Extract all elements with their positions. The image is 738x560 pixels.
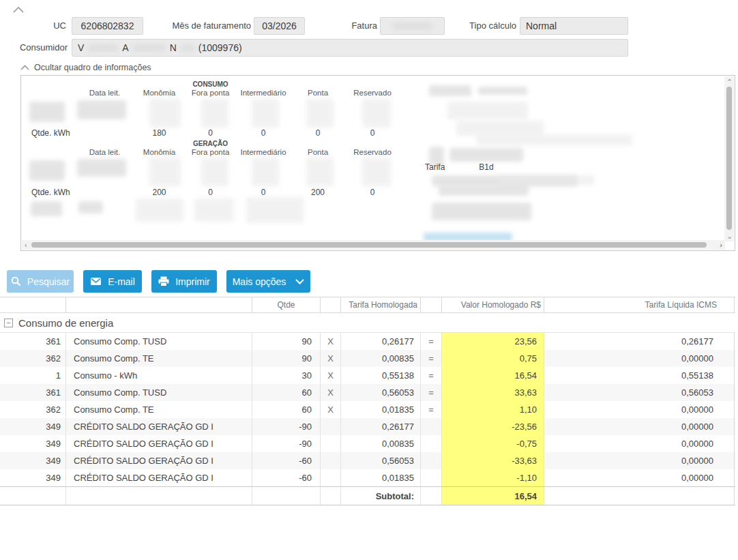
header-valor-homologado[interactable]: Valor Homologado R$ — [442, 297, 544, 312]
consumidor-input[interactable]: V A N (1009976) — [72, 39, 628, 57]
email-button[interactable]: E-mail — [83, 270, 142, 293]
cell-description: CRÉDITO SALDO GERAÇÃO GD I — [66, 469, 252, 486]
geracao-column-headers: Data leit. Monômia Fora ponta Intermediá… — [25, 148, 400, 156]
subtotal-empty-qtde — [252, 487, 321, 505]
cell-qtde: 60 — [252, 401, 321, 418]
redacted-block — [29, 160, 65, 181]
header-tarifa-liquida-icms[interactable]: Tarifa Líquida ICMS — [544, 297, 735, 312]
cell-code: 361 — [0, 384, 66, 401]
tipo-calculo-input[interactable]: Normal — [520, 17, 628, 35]
cell-equals-op — [421, 452, 442, 469]
redacted-block — [306, 158, 334, 186]
cell-valor-homologado: 33,63 — [442, 384, 544, 401]
mais-opcoes-button[interactable]: Mais opções — [226, 270, 310, 293]
pesquisar-button[interactable]: Pesquisar — [7, 270, 74, 293]
cell-description: CRÉDITO SALDO GERAÇÃO GD I — [66, 418, 252, 435]
tarifa-row: Tarifa B1d — [425, 162, 494, 172]
cell-multiply-op: X — [321, 384, 341, 401]
cell-qtde: 60 — [252, 384, 321, 401]
cell-description: Consumo Comp. TUSD — [66, 333, 252, 350]
vertical-scroll-thumb[interactable] — [726, 87, 732, 230]
cell-qtde: 90 — [252, 350, 321, 367]
table-row[interactable]: 1 Consumo - kWh 30 X 0,55138 = 16,54 0,5… — [0, 367, 735, 384]
panel-horizontal-scrollbar[interactable]: ‹ › — [22, 240, 725, 250]
info-panel: CONSUMO Data leit. Monômia Fora ponta In… — [20, 75, 735, 251]
redacted-block — [252, 158, 279, 186]
pesquisar-label: Pesquisar — [27, 276, 70, 287]
cell-code: 349 — [0, 469, 66, 486]
subtotal-empty-code — [0, 487, 66, 505]
cell-equals-op: = — [421, 384, 442, 401]
consumidor-initial-1: V — [78, 40, 84, 56]
cell-description: Consumo Comp. TE — [66, 350, 252, 367]
cell-multiply-op — [321, 469, 341, 486]
cell-tarifa-homologada: 0,01835 — [341, 401, 421, 418]
horizontal-scroll-thumb[interactable] — [31, 242, 707, 248]
group-row-consumo-energia[interactable]: − Consumo de energia — [0, 313, 735, 333]
geracao-qtde-row: Qtde. kWh 200 0 0 200 0 — [25, 188, 400, 197]
toggle-info-panel[interactable]: Ocultar quadro de informações — [20, 63, 151, 72]
billing-table: Qtde Tarifa Homologada Valor Homologado … — [0, 297, 735, 505]
redacted-block — [432, 203, 531, 220]
tarifa-label: Tarifa — [425, 162, 445, 172]
header-op2 — [421, 297, 442, 312]
redacted-block — [429, 85, 471, 96]
redacted-block — [149, 158, 181, 186]
consumidor-initial-3: N — [170, 40, 177, 56]
table-row[interactable]: 361 Consumo Comp. TUSD 60 X 0,56053 = 33… — [0, 384, 735, 401]
cell-valor-homologado: 23,56 — [442, 333, 544, 350]
table-row[interactable]: 349 CRÉDITO SALDO GERAÇÃO GD I -60 0,560… — [0, 452, 735, 469]
scroll-down-icon[interactable]: ⌄ — [726, 233, 733, 239]
cell-multiply-op: X — [321, 401, 341, 418]
cell-code: 362 — [0, 401, 66, 418]
scroll-up-icon[interactable]: ⌃ — [726, 78, 733, 85]
subtotal-empty-icms — [544, 487, 735, 505]
table-row[interactable]: 362 Consumo Comp. TE 90 X 0,00835 = 0,75… — [0, 350, 735, 367]
collapse-form-icon[interactable] — [12, 4, 25, 16]
scroll-right-icon[interactable]: › — [720, 241, 722, 248]
panel-vertical-scrollbar[interactable]: ⌃ ⌄ — [724, 76, 734, 241]
imprimir-button[interactable]: Imprimir — [151, 270, 217, 293]
cell-description: CRÉDITO SALDO GERAÇÃO GD I — [66, 452, 252, 469]
fatura-input[interactable] — [380, 17, 445, 35]
cell-tarifa-liquida-icms: 0,00000 — [544, 435, 735, 452]
fatura-label: Fatura — [327, 17, 377, 35]
table-row[interactable]: 349 CRÉDITO SALDO GERAÇÃO GD I -90 0,261… — [0, 418, 735, 435]
cell-equals-op: = — [421, 367, 442, 384]
cell-multiply-op: X — [321, 350, 341, 367]
cell-valor-homologado: -0,75 — [442, 435, 544, 452]
cell-tarifa-homologada: 0,00835 — [341, 435, 421, 452]
header-tarifa-homologada[interactable]: Tarifa Homologada — [341, 297, 421, 312]
table-row[interactable]: 361 Consumo Comp. TUSD 90 X 0,26177 = 23… — [0, 333, 735, 350]
cell-tarifa-homologada: 0,55138 — [341, 367, 421, 384]
consumo-qtde-row: Qtde. kWh 180 0 0 0 0 — [25, 128, 400, 138]
cell-tarifa-liquida-icms: 0,56053 — [544, 384, 735, 401]
search-icon — [11, 276, 21, 286]
uc-input[interactable]: 6206802832 — [72, 17, 143, 35]
cell-tarifa-homologada: 0,56053 — [341, 452, 421, 469]
cell-valor-homologado: 0,75 — [442, 350, 544, 367]
chevron-down-icon — [295, 279, 304, 284]
mes-faturamento-input[interactable]: 03/2026 — [254, 17, 305, 35]
cell-tarifa-homologada: 0,26177 — [341, 333, 421, 350]
cell-equals-op: = — [421, 401, 442, 418]
redacted-block — [362, 99, 391, 128]
cell-tarifa-homologada: 0,56053 — [341, 384, 421, 401]
table-row[interactable]: 362 Consumo Comp. TE 60 X 0,01835 = 1,10… — [0, 401, 735, 418]
header-description — [66, 297, 252, 312]
cell-code: 362 — [0, 350, 66, 367]
collapse-group-icon[interactable]: − — [4, 319, 13, 327]
cell-tarifa-homologada: 0,01835 — [341, 469, 421, 486]
scroll-left-icon[interactable]: ‹ — [25, 241, 27, 248]
subtotal-empty-op2 — [421, 487, 442, 505]
header-qtde[interactable]: Qtde — [252, 297, 321, 312]
group-label: Consumo de energia — [18, 313, 113, 333]
consumo-column-headers: Data leit. Monômia Fora ponta Intermediá… — [25, 89, 400, 97]
cell-equals-op: = — [421, 350, 442, 367]
redacted-block — [362, 158, 391, 186]
consumidor-label: Consumidor — [14, 39, 68, 57]
table-header-row: Qtde Tarifa Homologada Valor Homologado … — [0, 297, 735, 313]
cell-equals-op — [421, 469, 442, 486]
table-row[interactable]: 349 CRÉDITO SALDO GERAÇÃO GD I -60 0,018… — [0, 469, 735, 486]
table-row[interactable]: 349 CRÉDITO SALDO GERAÇÃO GD I -90 0,008… — [0, 435, 735, 452]
